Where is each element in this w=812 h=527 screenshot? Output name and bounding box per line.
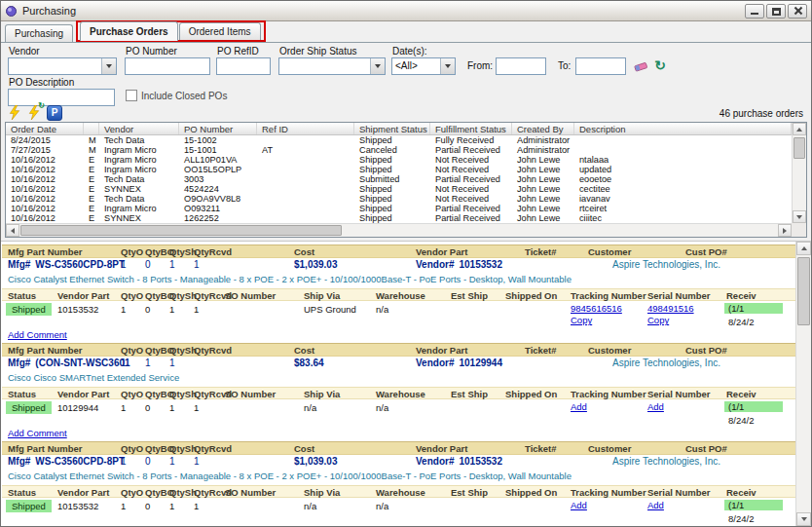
order-ship-status-select[interactable] bbox=[278, 57, 386, 75]
serial-link[interactable]: Add bbox=[647, 401, 664, 412]
grid-scroll-down-button[interactable] bbox=[793, 210, 806, 223]
details-scroll-down-button[interactable] bbox=[796, 512, 811, 526]
customer-value[interactable]: Aspire Technologies, Inc. bbox=[612, 456, 720, 467]
serial-link[interactable]: 498491516 bbox=[647, 303, 694, 314]
details-scroll-up-button[interactable] bbox=[796, 242, 811, 255]
details-vscrollbar[interactable] bbox=[795, 242, 811, 526]
hdr-ship-via: Ship Via bbox=[304, 487, 340, 498]
line-vendor-part: 10153532 bbox=[57, 501, 98, 511]
qty-rcvd-value: 1 bbox=[194, 456, 200, 467]
add-comment-link[interactable]: Add Comment bbox=[8, 428, 67, 438]
tab-purchasing[interactable]: Purchasing bbox=[5, 24, 73, 42]
mfg-part-value: Mfg#WS-C3560CPD-8PT bbox=[8, 259, 125, 270]
vendor-select-arrow[interactable] bbox=[101, 58, 116, 74]
arrow-right-icon bbox=[783, 228, 787, 234]
mfg-part-value: Mfg#WS-C3560CPD-8PT bbox=[8, 456, 125, 467]
line-qty-o: 1 bbox=[121, 501, 126, 511]
order-row[interactable]: 10/16/2012 E SYNNEX 1262252 Shipped Part… bbox=[6, 213, 792, 223]
order-row[interactable]: 10/16/2012 E Ingram Micro O093211 Shippe… bbox=[6, 204, 792, 213]
po-number-input[interactable] bbox=[125, 57, 210, 75]
maximize-button[interactable] bbox=[766, 4, 786, 19]
tracking-link[interactable]: Add bbox=[571, 500, 587, 510]
hdr-est-ship: Est Ship bbox=[451, 389, 488, 399]
customer-value[interactable]: Aspire Technologies, Inc. bbox=[612, 259, 720, 270]
po-refid-input[interactable] bbox=[216, 57, 271, 75]
order-row[interactable]: 10/16/2012 E SYNNEX 4524224 Shipped Not … bbox=[6, 184, 792, 194]
tracking-copy-link[interactable]: Copy bbox=[571, 315, 622, 325]
fulfillment-status-cell: Partial Received bbox=[430, 213, 512, 223]
add-comment-link[interactable]: Add Comment bbox=[8, 329, 67, 340]
tracking-link[interactable]: Add bbox=[571, 401, 587, 412]
vendor-cell: SYNNEX bbox=[99, 184, 179, 194]
add-comment-row: Add Comment bbox=[2, 328, 795, 343]
tab-purchase-orders[interactable]: Purchase Orders bbox=[80, 21, 178, 41]
tab-ordered-items[interactable]: Ordered Items bbox=[179, 22, 261, 40]
col-description[interactable]: Description bbox=[574, 123, 792, 134]
col-ref-id[interactable]: Ref ID bbox=[257, 123, 354, 134]
grid-scroll-up-button[interactable] bbox=[793, 123, 806, 135]
grid-vscrollbar[interactable] bbox=[792, 123, 806, 223]
dates-select-arrow[interactable] bbox=[440, 58, 455, 74]
chevron-down-icon bbox=[375, 64, 381, 68]
refresh-button[interactable]: ↻ bbox=[651, 56, 669, 74]
order-row[interactable]: 10/16/2012 E Tech Data 3003 Submitted Pa… bbox=[6, 174, 792, 184]
order-row[interactable]: 10/16/2012 E Tech Data O9OA9VV8L8 Shippe… bbox=[6, 194, 792, 204]
po-number-cell: 3003 bbox=[179, 174, 257, 184]
grid-hscrollbar[interactable] bbox=[6, 223, 792, 237]
refresh-results-button[interactable]: ↻ bbox=[25, 104, 43, 121]
fulfillment-status-cell: Partial Received bbox=[430, 145, 512, 155]
customer-value[interactable]: Aspire Technologies, Inc. bbox=[612, 358, 720, 368]
date-to-input[interactable] bbox=[575, 57, 626, 75]
hdr-ticket: Ticket# bbox=[525, 246, 557, 257]
po-number-cell: O9OA9VV8L8 bbox=[179, 194, 257, 204]
hdr-shipped-on: Shipped On bbox=[505, 487, 557, 498]
item-values-row: Mfg#WS-C3560CPD-8PT 1 0 1 1 $1,039.03 Ve… bbox=[2, 258, 795, 273]
col-vendor[interactable]: Vendor bbox=[99, 123, 179, 134]
grid-hscroll-thumb[interactable] bbox=[20, 225, 342, 236]
vendor-part-number: 10129944 bbox=[459, 358, 502, 368]
line-warehouse: n/a bbox=[376, 501, 388, 511]
close-button[interactable] bbox=[788, 4, 807, 19]
order-row[interactable]: 7/27/2015 M Ingram Micro 15-1001 AT Canc… bbox=[6, 145, 792, 155]
line-qty-rcvd: 1 bbox=[194, 304, 199, 315]
include-closed-pos-checkbox[interactable] bbox=[126, 90, 137, 101]
purchasing-window: Purchasing Purchasing Purchase Orders Or… bbox=[0, 0, 812, 527]
apply-filter-button[interactable] bbox=[6, 104, 23, 121]
col-fulfillment-status[interactable]: Fulfillment Status bbox=[430, 123, 512, 134]
serial-copy-link[interactable]: Copy bbox=[647, 315, 694, 325]
date-from-input[interactable] bbox=[496, 57, 546, 75]
created-by-cell: John Lewe bbox=[512, 174, 574, 184]
vendor-select[interactable] bbox=[8, 57, 117, 75]
order-row[interactable]: 10/16/2012 E Ingram Micro ALL10P01VA Shi… bbox=[6, 155, 792, 165]
col-po-number[interactable]: PO Number bbox=[179, 123, 257, 134]
grid-vscroll-thumb[interactable] bbox=[794, 137, 805, 159]
grid-scroll-left-button[interactable] bbox=[6, 224, 19, 237]
dates-select[interactable]: <All> bbox=[391, 57, 456, 75]
fulfillment-status-cell: Not Received bbox=[430, 155, 512, 165]
description-cell: iavanav bbox=[574, 194, 792, 204]
clear-dates-button[interactable] bbox=[632, 57, 649, 75]
vendor-part-value: Vendor#10153532 bbox=[416, 456, 502, 467]
received-cell: (1/1 8/24/2 bbox=[724, 500, 783, 524]
order-ship-status-arrow[interactable] bbox=[370, 58, 385, 74]
col-order-date[interactable]: Order Date bbox=[6, 123, 84, 134]
col-shipment-status[interactable]: Shipment Status bbox=[354, 123, 430, 134]
description-cell bbox=[574, 135, 792, 145]
purchase-order-count: 46 purchase orders bbox=[720, 108, 803, 119]
vendor-cell: Ingram Micro bbox=[99, 145, 179, 155]
col-flag[interactable] bbox=[84, 123, 99, 134]
arrow-up-icon bbox=[796, 128, 802, 132]
details-vscroll-thumb[interactable] bbox=[797, 257, 810, 325]
line-warehouse: n/a bbox=[376, 304, 388, 315]
serial-link[interactable]: Add bbox=[647, 500, 664, 510]
order-row[interactable]: 8/24/2015 M Tech Data 15-1002 Shipped Fu… bbox=[6, 135, 792, 145]
grid-scroll-right-button[interactable] bbox=[778, 224, 792, 237]
mfg-part-number: WS-C3560CPD-8PT bbox=[35, 456, 125, 467]
minimize-button[interactable] bbox=[745, 4, 764, 19]
tracking-link[interactable]: 9845616516 bbox=[571, 303, 622, 314]
shipment-status-cell: Shipped bbox=[354, 213, 430, 223]
hdr-so-number: SO Number bbox=[225, 487, 276, 498]
col-created-by[interactable]: Created By bbox=[512, 123, 574, 134]
order-row[interactable]: 10/16/2012 E Ingram Micro OO15L5OPLP Shi… bbox=[6, 165, 792, 174]
p-button[interactable]: P bbox=[46, 104, 63, 121]
